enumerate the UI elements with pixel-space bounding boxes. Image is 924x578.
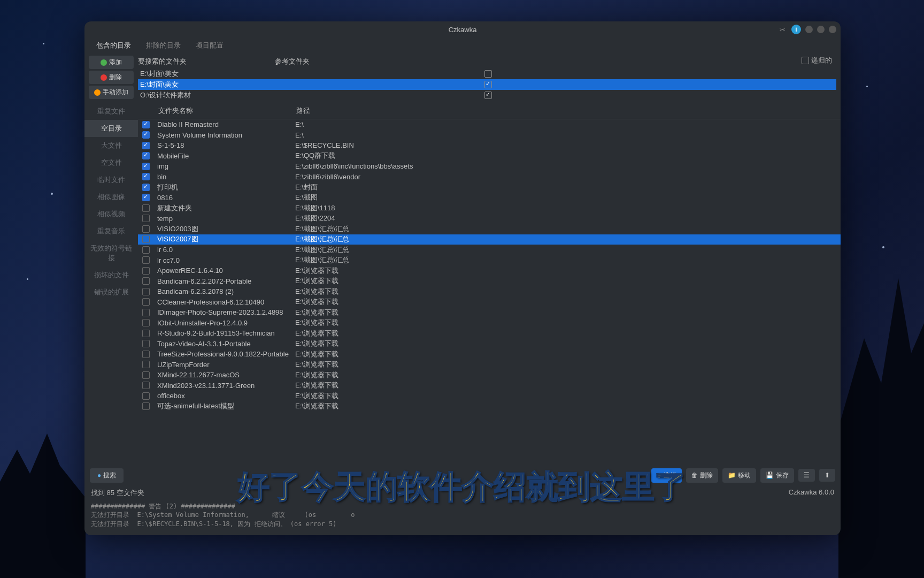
add-directory-button[interactable]: 添加 xyxy=(89,56,134,69)
result-checkbox[interactable] xyxy=(142,121,150,128)
sidebar-item[interactable]: 重复音乐 xyxy=(84,223,138,240)
result-checkbox[interactable] xyxy=(142,277,150,285)
window-title: Czkawka xyxy=(449,26,477,34)
close-button[interactable] xyxy=(829,26,836,33)
result-row[interactable]: Bandicam-6.2.2.2072-PortableE:\浏览器下载 xyxy=(138,276,841,287)
result-checkbox[interactable] xyxy=(142,382,150,389)
search-button[interactable]: ●搜索 xyxy=(90,468,124,483)
result-checkbox[interactable] xyxy=(142,267,150,275)
result-row[interactable]: IDimager-Photo-Supreme-2023.1.2.4898E:\浏… xyxy=(138,307,841,318)
recursive-checkbox[interactable] xyxy=(802,57,809,64)
result-checkbox[interactable] xyxy=(142,184,150,191)
delete-directory-button[interactable]: 删除 xyxy=(89,71,134,84)
result-checkbox[interactable] xyxy=(142,392,150,400)
result-path: E:\浏览器下载 xyxy=(295,360,836,369)
result-row[interactable]: 可选-animefull-latest模型E:\浏览器下载 xyxy=(138,401,841,412)
directory-row[interactable]: E:\封面\美女 xyxy=(138,79,836,90)
result-row[interactable]: lr 6.0E:\截图\汇总\汇总 xyxy=(138,245,841,255)
result-checkbox[interactable] xyxy=(142,371,150,379)
sidebar-item[interactable]: 相似图像 xyxy=(84,188,138,206)
sidebar-item[interactable]: 相似视频 xyxy=(84,206,138,223)
result-row[interactable]: 新建文件夹E:\截图\1118 xyxy=(138,203,841,214)
result-row[interactable]: 打印机E:\封面 xyxy=(138,182,841,193)
result-checkbox[interactable] xyxy=(142,152,150,159)
recursive-option[interactable]: 递归的 xyxy=(802,56,832,65)
info-icon[interactable]: i xyxy=(791,25,801,34)
save-button[interactable]: 💾保存 xyxy=(760,468,794,483)
sidebar-item[interactable]: 重复文件 xyxy=(84,103,138,120)
plus-icon xyxy=(101,59,107,66)
directory-reference-checkbox[interactable] xyxy=(484,70,492,78)
tab-excluded-dirs[interactable]: 排除的目录 xyxy=(138,37,188,54)
result-checkbox[interactable] xyxy=(142,402,150,410)
result-row[interactable]: imgE:\zibll6\zibll6\inc\functions\bbs\as… xyxy=(138,161,841,172)
result-row[interactable]: System Volume InformationE:\ xyxy=(138,130,841,141)
result-row[interactable]: Diablo II RemasterdE:\ xyxy=(138,119,841,130)
result-checkbox[interactable] xyxy=(142,194,150,201)
result-row[interactable]: binE:\zibll6\zibll6\vendor xyxy=(138,172,841,182)
result-checkbox[interactable] xyxy=(142,330,150,337)
sidebar-item[interactable]: 空文件 xyxy=(84,154,138,171)
result-row[interactable]: XMind-22.11.2677-macOSE:\浏览器下载 xyxy=(138,370,841,381)
column-path[interactable]: 路径 xyxy=(296,106,836,116)
result-checkbox[interactable] xyxy=(142,163,150,170)
result-row[interactable]: TreeSize-Professional-9.0.0.1822-Portabl… xyxy=(138,349,841,360)
directory-reference-checkbox[interactable] xyxy=(484,81,492,88)
result-row[interactable]: 0816E:\截图 xyxy=(138,193,841,203)
result-checkbox[interactable] xyxy=(142,225,150,233)
result-checkbox[interactable] xyxy=(142,246,150,254)
settings-icon[interactable]: ✂ xyxy=(777,25,787,34)
directory-tabs: 包含的目录 排除的目录 项目配置 xyxy=(84,37,841,54)
result-row[interactable]: Topaz-Video-AI-3.3.1-PortableE:\浏览器下载 xyxy=(138,339,841,349)
sidebar-item[interactable]: 损坏的文件 xyxy=(84,267,138,284)
sidebar-item[interactable]: 大文件 xyxy=(84,137,138,154)
directory-row[interactable]: E:\封面\美女 xyxy=(138,69,836,79)
result-checkbox[interactable] xyxy=(142,131,150,139)
result-row[interactable]: IObit-Uninstaller-Pro-12.4.0.9E:\浏览器下载 xyxy=(138,318,841,329)
column-folder-name[interactable]: 文件夹名称 xyxy=(158,106,296,116)
result-checkbox[interactable] xyxy=(142,142,150,149)
result-checkbox[interactable] xyxy=(142,298,150,306)
result-checkbox[interactable] xyxy=(142,288,150,295)
result-checkbox[interactable] xyxy=(142,173,150,180)
directory-reference-checkbox[interactable] xyxy=(484,92,492,99)
result-checkbox[interactable] xyxy=(142,319,150,326)
sidebar-item[interactable]: 临时文件 xyxy=(84,171,138,188)
move-button[interactable]: 📁移动 xyxy=(722,468,756,483)
reference-folders-header: 参考文件夹 xyxy=(275,57,836,66)
result-checkbox[interactable] xyxy=(142,309,150,316)
result-row[interactable]: CCleaner-Professional-6.12.10490E:\浏览器下载 xyxy=(138,297,841,308)
result-row[interactable]: R-Studio-9.2-Build-191153-TechnicianE:\浏… xyxy=(138,328,841,339)
manual-add-button[interactable]: 手动添加 xyxy=(89,86,134,99)
result-row[interactable]: officeboxE:\浏览器下载 xyxy=(138,391,841,401)
tab-included-dirs[interactable]: 包含的目录 xyxy=(89,37,138,54)
result-checkbox[interactable] xyxy=(142,235,150,243)
result-checkbox[interactable] xyxy=(142,351,150,358)
tab-config[interactable]: 项目配置 xyxy=(188,37,231,54)
result-checkbox[interactable] xyxy=(142,204,150,212)
result-row[interactable]: VISIO2003图E:\截图\汇总\汇总 xyxy=(138,224,841,234)
result-row[interactable]: VISIO2007图E:\截图\汇总\汇总 xyxy=(138,234,841,245)
result-row[interactable]: XMind2023-v23.11.3771-GreenE:\浏览器下载 xyxy=(138,381,841,391)
delete-button[interactable]: 🗑删除 xyxy=(686,468,718,483)
result-row[interactable]: MobileFileE:\QQ群下载 xyxy=(138,151,841,162)
export-button[interactable]: ⬆ xyxy=(819,469,835,482)
result-row[interactable]: Bandicam-6.2.3.2078 (2)E:\浏览器下载 xyxy=(138,286,841,297)
result-checkbox[interactable] xyxy=(142,361,150,368)
minimize-button[interactable] xyxy=(805,26,813,33)
results-list[interactable]: Diablo II RemasterdE:\System Volume Info… xyxy=(138,119,841,465)
maximize-button[interactable] xyxy=(817,26,825,33)
sidebar-item[interactable]: 错误的扩展 xyxy=(84,284,138,301)
result-row[interactable]: S-1-5-18E:\$RECYCLE.BIN xyxy=(138,140,841,151)
hamburger-button[interactable]: ☰ xyxy=(798,469,815,482)
sidebar-item[interactable]: 无效的符号链接 xyxy=(84,240,138,267)
result-checkbox[interactable] xyxy=(142,215,150,222)
result-row[interactable]: tempE:\截图\2204 xyxy=(138,214,841,224)
result-checkbox[interactable] xyxy=(142,256,150,264)
result-checkbox[interactable] xyxy=(142,340,150,347)
sidebar-item[interactable]: 空目录 xyxy=(84,120,138,137)
result-row[interactable]: lr cc7.0E:\截图\汇总\汇总 xyxy=(138,255,841,266)
result-row[interactable]: UZipTempForderE:\浏览器下载 xyxy=(138,360,841,370)
directory-row[interactable]: O:\设计软件素材 xyxy=(138,90,836,101)
result-row[interactable]: ApowerREC-1.6.4.10E:\浏览器下载 xyxy=(138,265,841,276)
